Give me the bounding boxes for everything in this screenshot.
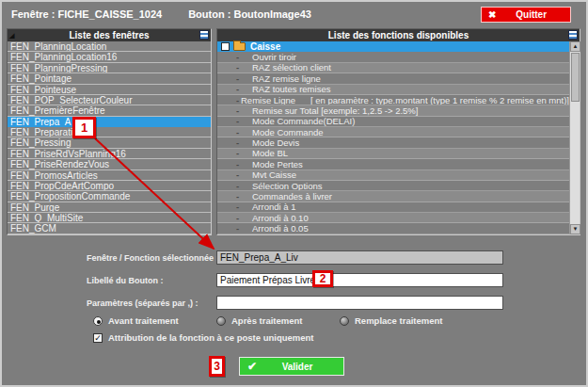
title-bar: Fenêtre : FICHE_CAISSE_1024Bouton : Bout… [2, 2, 586, 26]
treatment-radio[interactable]: Après traitement [216, 315, 340, 326]
function-list-item[interactable]: - RAZ remise ligne [217, 73, 569, 84]
window-list-item-label: FEN_PlanningLocation16 [10, 52, 117, 62]
window-list-item-label: FEN_Q_MultiSite [10, 213, 83, 223]
function-list-item-label: Arrondi à 0.10 [252, 213, 309, 223]
window-list-item-label: FEN_PlanningPressing [10, 63, 107, 73]
radio-icon [340, 316, 349, 326]
window-list-item[interactable]: FEN_PlanningLocation16 [8, 52, 211, 62]
function-list-item-label: RAZ toutes remises [252, 85, 330, 95]
corner-mark-icon: ◢ [9, 32, 16, 39]
scroll-up-button[interactable]: ▲ [570, 41, 580, 52]
function-list-item-label: Remise sur Total [exemple: 1,2.5 -> 2.5%… [252, 105, 418, 116]
function-list-item-label: Commandes à livrer [252, 191, 332, 202]
window-list-item[interactable]: FEN_PriseRendezVous [8, 159, 211, 169]
window-list-item-label: FEN_Pressing [10, 137, 71, 148]
checkbox-icon [93, 333, 103, 343]
window-list-item[interactable]: FEN_PropositionCommande [8, 191, 211, 202]
window-list-item[interactable]: FEN_Prepa_A_Liv [8, 117, 211, 127]
function-list-item-label: Arrondi à 0.05 [252, 223, 309, 234]
function-list-item[interactable]: - Sélection Options [217, 181, 569, 191]
function-list-item[interactable]: - Mode Commande(DELAI) [217, 117, 569, 127]
function-tree-root[interactable]: Caisse [217, 41, 580, 52]
treatment-radio[interactable]: Avant traitement [93, 315, 216, 326]
function-list-item[interactable]: - Mode Devis [217, 137, 569, 148]
window-list-item[interactable]: FEN_Preparation [8, 127, 211, 137]
radio-icon [93, 316, 103, 326]
button-caption-label: Libellé du Bouton : [87, 276, 218, 285]
tree-dash-icon: - [236, 181, 252, 191]
function-list-item[interactable]: - RAZ toutes remises [217, 85, 569, 95]
window-list-item[interactable]: FEN_PlanningLocation [8, 41, 211, 52]
function-list-item[interactable]: - Ouvrir tiroir [217, 52, 569, 62]
window-list-item[interactable]: FEN_Pointeuse [8, 85, 211, 95]
function-list-item-label: Mode Commande [252, 127, 324, 137]
window-list-item-label: FEN_PriseRdVsPlanning16 [10, 149, 126, 159]
window-list-item-label: FEN_PromosArticles [10, 170, 98, 181]
function-list-item[interactable]: - Arrondi à 0.05 [217, 223, 569, 234]
app-window: Fenêtre : FICHE_CAISSE_1024Bouton : Bout… [0, 0, 588, 387]
window-list-item[interactable]: FEN_Q_MultiSite [8, 213, 211, 223]
tree-dash-icon: - [236, 159, 252, 169]
tree-dash-icon: - [236, 63, 252, 73]
title-button-part: Bouton : BoutonImage43 [188, 8, 311, 20]
function-list-item-label: Mode Pertes [252, 159, 303, 169]
window-list-item[interactable]: FEN_PremièreFenêtre [8, 105, 211, 116]
treatment-radio[interactable]: Remplace traitement [340, 315, 442, 326]
scrollbar-thumb[interactable] [571, 53, 580, 102]
windows-list: FEN_PlanningLocation FEN_PlanningLocatio… [8, 41, 211, 234]
function-list-item-label: RAZ sélection client [252, 63, 331, 73]
function-list-item[interactable]: - Commandes à livrer [217, 191, 569, 202]
function-list-item-label: Mvt Caisse [252, 170, 296, 181]
selected-function-input[interactable] [216, 250, 503, 265]
function-list-item[interactable]: - Mode BL [217, 149, 569, 159]
close-icon: ✖ [488, 10, 496, 20]
validate-button[interactable]: ✔ Valider [239, 357, 344, 376]
tree-dash-icon: - [236, 52, 252, 62]
tree-dash-icon: - [236, 191, 252, 202]
function-list-item[interactable]: - Remise sur Total [exemple: 1,2.5 -> 2.… [217, 105, 569, 116]
function-list-item[interactable]: - RAZ sélection client [217, 63, 569, 73]
function-list-item[interactable]: - Remise Ligne [ en paramètre : type.mon… [217, 95, 569, 105]
tree-dash-icon: - [236, 170, 252, 181]
function-list-item[interactable]: - Arrondi à 1 [217, 202, 569, 213]
function-list-item[interactable]: - Mode Pertes [217, 159, 569, 169]
check-icon: ✔ [247, 361, 257, 372]
function-list-item-label: Sélection Options [252, 181, 322, 191]
windows-list-header: ◢ Liste des fenêtres [8, 29, 211, 41]
window-list-item[interactable]: FEN_Purge [8, 202, 211, 213]
functions-list-title: Liste des fonctions disponibles [328, 30, 469, 40]
table-filter-icon[interactable] [199, 30, 209, 40]
folder-icon [233, 42, 246, 51]
window-list-item[interactable]: FEN_PlanningPressing [8, 63, 211, 73]
treatment-radio-group: Avant traitement Après traitement Rempla… [93, 315, 442, 326]
title-window-part: Fenêtre : FICHE_CAISSE_1024 [11, 8, 162, 20]
window-list-item-label: FEN_POP_SelecteurCouleur [10, 95, 133, 105]
window-list-item[interactable]: FEN_PromosArticles [8, 170, 211, 181]
function-list-item[interactable]: - Arrondi à 0.10 [217, 213, 569, 223]
window-list-item-label: FEN_PremièreFenêtre [10, 105, 105, 116]
root-checkbox[interactable] [221, 42, 230, 51]
checkbox-label: Attribution de la fonction à ce poste un… [108, 332, 314, 343]
post-only-checkbox-row[interactable]: Attribution de la fonction à ce poste un… [93, 332, 314, 343]
window-list-item-label: FEN_Pointage [10, 73, 72, 84]
window-list-item[interactable]: FEN_Pressing [8, 137, 211, 148]
tree-dash-icon: - [236, 149, 252, 159]
table-filter-icon[interactable] [568, 30, 578, 40]
window-list-item[interactable]: FEN_PropCdeArtCompo [8, 181, 211, 191]
scroll-down-button[interactable]: ▼ [570, 224, 580, 234]
function-list-item[interactable]: - Mode Commande [217, 127, 569, 137]
vertical-scrollbar: ▲ ▼ [569, 41, 580, 234]
window-list-item[interactable]: FEN_PriseRdVsPlanning16 [8, 149, 211, 159]
windows-list-panel: ◢ Liste des fenêtres FEN_PlanningLocatio… [7, 28, 212, 235]
parameters-input[interactable] [216, 296, 503, 310]
window-list-item-label: FEN_PropositionCommande [10, 191, 130, 202]
tree-dash-icon: - [236, 137, 252, 148]
window-list-item[interactable]: FEN_GCM [8, 223, 211, 234]
function-list-item[interactable]: - Mvt Caisse [217, 170, 569, 181]
tree-dash-icon: - [236, 223, 252, 234]
window-list-item[interactable]: FEN_Pointage [8, 73, 211, 84]
annotation-badge-1: 1 [72, 117, 96, 138]
quit-button[interactable]: ✖ Quitter [481, 7, 571, 23]
button-caption-input[interactable] [216, 273, 503, 287]
window-list-item[interactable]: FEN_POP_SelecteurCouleur [8, 95, 211, 105]
